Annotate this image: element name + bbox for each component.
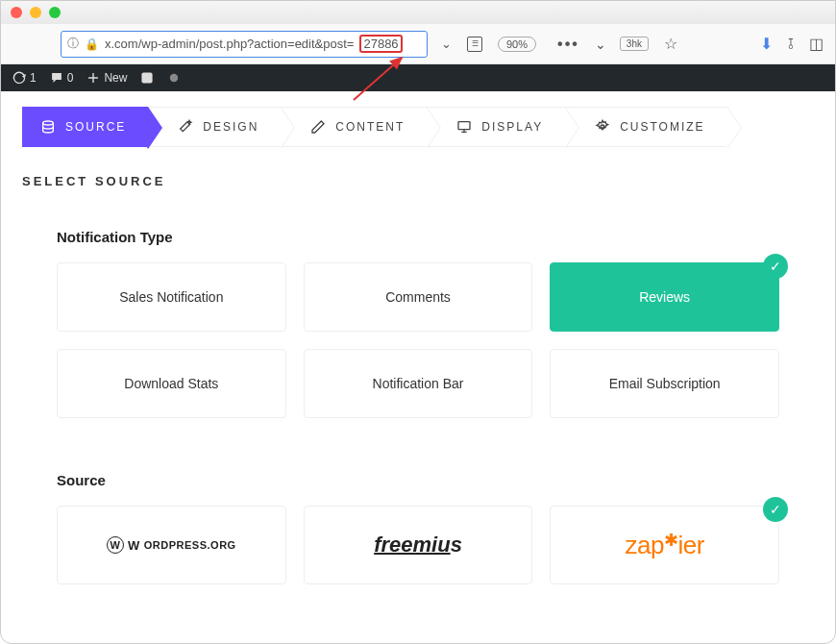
card-download-stats[interactable]: Download Stats (57, 349, 286, 418)
circle-icon (167, 71, 181, 85)
stepper: SOURCE DESIGN CONTENT DISPLAY CUSTOMIZE (22, 107, 814, 147)
close-window-button[interactable] (11, 7, 22, 18)
pencil-icon (310, 119, 326, 135)
admin-circle[interactable] (167, 71, 181, 85)
url-bar[interactable]: ⓘ 🔒 x.com/wp-admin/post.php?action=edit&… (61, 31, 428, 58)
plus-icon (86, 71, 100, 85)
wp-admin-bar: 1 0 New (1, 64, 835, 91)
source-freemius[interactable]: freemius (304, 506, 533, 584)
step-display[interactable]: DISPLAY (427, 107, 565, 147)
highlighted-post-id: 27886 (359, 35, 402, 53)
card-email-subscription[interactable]: Email Subscription (550, 349, 779, 418)
notification-type-title: Notification Type (57, 229, 779, 245)
library-icon[interactable]: ⫱ (788, 36, 794, 53)
card-comments[interactable]: Comments (304, 262, 533, 332)
reader-mode-icon[interactable]: ☰ (467, 37, 482, 52)
freemius-logo: freemius (374, 533, 462, 557)
svg-point-2 (170, 74, 178, 82)
download-icon[interactable]: ⬇ (760, 35, 773, 53)
step-customize[interactable]: CUSTOMIZE (565, 107, 726, 147)
admin-yoast[interactable] (140, 71, 154, 85)
info-icon[interactable]: ⓘ (67, 36, 79, 52)
card-reviews[interactable]: Reviews ✓ (550, 262, 779, 332)
admin-refresh[interactable]: 1 (12, 71, 37, 85)
gear-icon (595, 119, 610, 135)
wordpress-logo: WWORDPRESS.ORG (107, 536, 236, 554)
more-actions-icon[interactable]: ••• (557, 36, 579, 53)
url-text: x.com/wp-admin/post.php?action=edit&post… (105, 37, 354, 51)
step-source[interactable]: SOURCE (22, 107, 148, 147)
maximize-window-button[interactable] (49, 7, 61, 18)
section-title: SELECT SOURCE (22, 174, 814, 188)
svg-point-3 (43, 121, 54, 125)
pocket-icon[interactable]: ⌄ (595, 37, 606, 52)
monitor-icon (456, 119, 472, 135)
chevron-down-icon[interactable]: ⌄ (441, 37, 452, 51)
sidebar-icon[interactable]: ◫ (809, 35, 824, 53)
step-content[interactable]: CONTENT (281, 107, 427, 147)
database-icon (40, 119, 56, 135)
browser-toolbar: ⓘ 🔒 x.com/wp-admin/post.php?action=edit&… (1, 24, 835, 64)
svg-rect-4 (458, 122, 470, 130)
card-sales-notification[interactable]: Sales Notification (57, 262, 286, 332)
step-design[interactable]: DESIGN (148, 107, 281, 147)
toolbar-pill[interactable]: 3hk (620, 37, 649, 51)
check-icon: ✓ (763, 497, 788, 522)
minimize-window-button[interactable] (30, 7, 41, 18)
source-wordpress[interactable]: WWORDPRESS.ORG (57, 506, 286, 584)
zoom-level[interactable]: 90% (498, 37, 536, 52)
main-content: SOURCE DESIGN CONTENT DISPLAY CUSTOMIZE … (1, 91, 835, 617)
comment-icon (50, 71, 63, 85)
wand-icon (178, 119, 193, 135)
admin-comments[interactable]: 0 (50, 71, 74, 85)
lock-icon: 🔒 (85, 37, 99, 51)
window-titlebar (1, 1, 835, 24)
yoast-icon (140, 71, 154, 85)
source-title: Source (57, 472, 779, 488)
admin-new[interactable]: New (86, 71, 127, 85)
card-notification-bar[interactable]: Notification Bar (304, 349, 533, 418)
svg-rect-1 (142, 72, 153, 83)
check-icon: ✓ (763, 254, 788, 279)
bookmark-star-icon[interactable]: ☆ (664, 35, 677, 53)
source-zapier[interactable]: zap✱ier ✓ (550, 506, 779, 584)
zapier-logo: zap✱ier (626, 531, 704, 560)
refresh-icon (12, 71, 26, 85)
